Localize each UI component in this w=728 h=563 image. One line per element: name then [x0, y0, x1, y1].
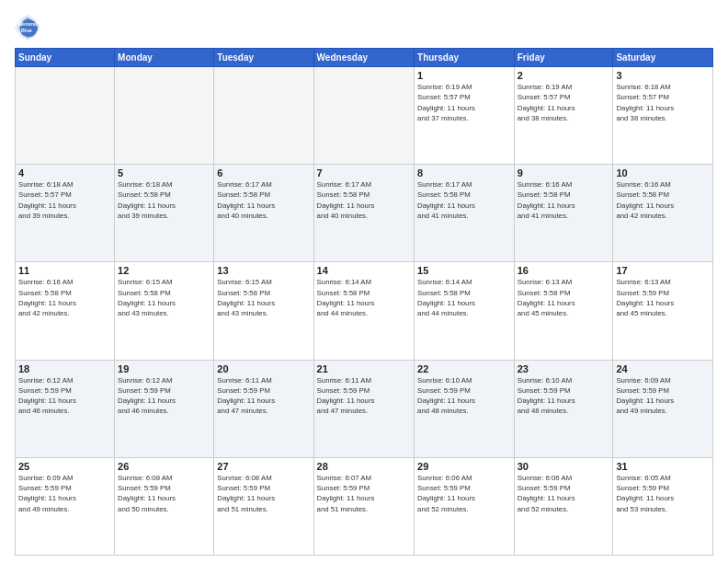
day-number: 30 [518, 461, 610, 472]
calendar-cell: 5Sunrise: 6:18 AM Sunset: 5:58 PM Daylig… [115, 165, 214, 262]
day-info: Sunrise: 6:14 AM Sunset: 5:58 PM Dayligh… [317, 277, 411, 318]
day-number: 29 [417, 461, 511, 472]
calendar-cell: 17Sunrise: 6:13 AM Sunset: 5:59 PM Dayli… [613, 262, 713, 360]
calendar-cell: 23Sunrise: 6:10 AM Sunset: 5:59 PM Dayli… [514, 360, 613, 457]
day-number: 14 [317, 265, 411, 276]
weekday-header-wednesday: Wednesday [313, 49, 414, 67]
weekday-header-sunday: Sunday [16, 49, 115, 67]
calendar-cell: 19Sunrise: 6:12 AM Sunset: 5:59 PM Dayli… [115, 360, 214, 457]
day-info: Sunrise: 6:07 AM Sunset: 5:59 PM Dayligh… [317, 473, 411, 514]
day-number: 13 [217, 265, 310, 276]
day-info: Sunrise: 6:06 AM Sunset: 5:59 PM Dayligh… [518, 473, 610, 514]
day-info: Sunrise: 6:10 AM Sunset: 5:59 PM Dayligh… [518, 375, 610, 417]
calendar-cell: 20Sunrise: 6:11 AM Sunset: 5:59 PM Dayli… [214, 360, 313, 457]
day-number: 7 [317, 167, 411, 178]
calendar-cell: 18Sunrise: 6:12 AM Sunset: 5:59 PM Dayli… [16, 360, 115, 457]
calendar-cell: 15Sunrise: 6:14 AM Sunset: 5:58 PM Dayli… [415, 262, 515, 360]
calendar-row: 18Sunrise: 6:12 AM Sunset: 5:59 PM Dayli… [16, 360, 713, 457]
day-number: 11 [18, 265, 111, 276]
calendar-cell [16, 67, 115, 165]
day-number: 27 [217, 461, 310, 472]
day-number: 2 [518, 70, 610, 81]
day-number: 5 [118, 167, 210, 178]
day-info: Sunrise: 6:06 AM Sunset: 5:59 PM Dayligh… [417, 473, 511, 514]
day-number: 6 [217, 167, 310, 178]
calendar-cell: 24Sunrise: 6:09 AM Sunset: 5:59 PM Dayli… [613, 360, 713, 457]
day-number: 20 [217, 363, 310, 374]
day-info: Sunrise: 6:08 AM Sunset: 5:59 PM Dayligh… [118, 473, 210, 514]
day-number: 16 [518, 265, 610, 276]
day-info: Sunrise: 6:12 AM Sunset: 5:59 PM Dayligh… [118, 375, 210, 417]
day-info: Sunrise: 6:16 AM Sunset: 5:58 PM Dayligh… [616, 179, 710, 221]
calendar-cell: 29Sunrise: 6:06 AM Sunset: 5:59 PM Dayli… [415, 457, 515, 555]
day-number: 25 [18, 461, 111, 472]
calendar-cell: 2Sunrise: 6:19 AM Sunset: 5:57 PM Daylig… [514, 67, 613, 165]
day-number: 26 [118, 461, 210, 472]
day-number: 22 [417, 363, 511, 374]
calendar-cell: 26Sunrise: 6:08 AM Sunset: 5:59 PM Dayli… [115, 457, 214, 555]
day-number: 10 [616, 167, 710, 178]
day-info: Sunrise: 6:18 AM Sunset: 5:57 PM Dayligh… [616, 82, 710, 123]
day-info: Sunrise: 6:18 AM Sunset: 5:58 PM Dayligh… [118, 179, 210, 221]
day-number: 15 [417, 265, 511, 276]
calendar-cell: 6Sunrise: 6:17 AM Sunset: 5:58 PM Daylig… [214, 165, 313, 262]
day-number: 3 [616, 70, 710, 81]
day-number: 24 [616, 363, 710, 374]
calendar: SundayMondayTuesdayWednesdayThursdayFrid… [15, 48, 713, 556]
day-number: 23 [518, 363, 610, 374]
calendar-cell: 22Sunrise: 6:10 AM Sunset: 5:59 PM Dayli… [415, 360, 515, 457]
weekday-header-tuesday: Tuesday [214, 49, 313, 67]
weekday-header-friday: Friday [514, 49, 613, 67]
calendar-cell: 16Sunrise: 6:13 AM Sunset: 5:58 PM Dayli… [514, 262, 613, 360]
day-number: 31 [616, 461, 710, 472]
weekday-header-thursday: Thursday [415, 49, 515, 67]
calendar-cell: 4Sunrise: 6:18 AM Sunset: 5:57 PM Daylig… [16, 165, 115, 262]
calendar-cell: 8Sunrise: 6:17 AM Sunset: 5:58 PM Daylig… [415, 165, 515, 262]
calendar-cell: 30Sunrise: 6:06 AM Sunset: 5:59 PM Dayli… [514, 457, 613, 555]
header: General Blue [15, 11, 713, 40]
calendar-cell [313, 67, 414, 165]
calendar-cell: 14Sunrise: 6:14 AM Sunset: 5:58 PM Dayli… [313, 262, 414, 360]
calendar-cell: 28Sunrise: 6:07 AM Sunset: 5:59 PM Dayli… [313, 457, 414, 555]
day-info: Sunrise: 6:13 AM Sunset: 5:59 PM Dayligh… [616, 277, 710, 318]
day-number: 4 [18, 167, 111, 178]
calendar-cell: 12Sunrise: 6:15 AM Sunset: 5:58 PM Dayli… [115, 262, 214, 360]
day-info: Sunrise: 6:14 AM Sunset: 5:58 PM Dayligh… [417, 277, 511, 318]
weekday-header-saturday: Saturday [613, 49, 713, 67]
day-info: Sunrise: 6:05 AM Sunset: 5:59 PM Dayligh… [616, 473, 710, 514]
calendar-row: 25Sunrise: 6:09 AM Sunset: 5:59 PM Dayli… [16, 457, 713, 555]
svg-text:General: General [18, 21, 38, 27]
day-number: 12 [118, 265, 210, 276]
calendar-row: 4Sunrise: 6:18 AM Sunset: 5:57 PM Daylig… [16, 165, 713, 262]
calendar-row: 11Sunrise: 6:16 AM Sunset: 5:58 PM Dayli… [16, 262, 713, 360]
day-info: Sunrise: 6:09 AM Sunset: 5:59 PM Dayligh… [18, 473, 111, 514]
day-info: Sunrise: 6:11 AM Sunset: 5:59 PM Dayligh… [217, 375, 310, 417]
calendar-header-row: SundayMondayTuesdayWednesdayThursdayFrid… [16, 49, 713, 67]
day-info: Sunrise: 6:13 AM Sunset: 5:58 PM Dayligh… [518, 277, 610, 318]
day-info: Sunrise: 6:16 AM Sunset: 5:58 PM Dayligh… [18, 277, 111, 318]
day-number: 17 [616, 265, 710, 276]
calendar-cell [115, 67, 214, 165]
day-number: 1 [417, 70, 511, 81]
day-info: Sunrise: 6:09 AM Sunset: 5:59 PM Dayligh… [616, 375, 710, 417]
day-number: 8 [417, 167, 511, 178]
day-info: Sunrise: 6:16 AM Sunset: 5:58 PM Dayligh… [518, 179, 610, 221]
day-number: 28 [317, 461, 411, 472]
day-info: Sunrise: 6:18 AM Sunset: 5:57 PM Dayligh… [18, 179, 111, 221]
calendar-cell: 9Sunrise: 6:16 AM Sunset: 5:58 PM Daylig… [514, 165, 613, 262]
day-info: Sunrise: 6:17 AM Sunset: 5:58 PM Dayligh… [417, 179, 511, 221]
svg-text:Blue: Blue [21, 28, 32, 33]
calendar-cell: 21Sunrise: 6:11 AM Sunset: 5:59 PM Dayli… [313, 360, 414, 457]
day-number: 9 [518, 167, 610, 178]
day-info: Sunrise: 6:12 AM Sunset: 5:59 PM Dayligh… [18, 375, 111, 417]
day-number: 19 [118, 363, 210, 374]
weekday-header-monday: Monday [115, 49, 214, 67]
calendar-cell: 7Sunrise: 6:17 AM Sunset: 5:58 PM Daylig… [313, 165, 414, 262]
day-info: Sunrise: 6:19 AM Sunset: 5:57 PM Dayligh… [417, 82, 511, 123]
day-number: 18 [18, 363, 111, 374]
calendar-cell: 13Sunrise: 6:15 AM Sunset: 5:58 PM Dayli… [214, 262, 313, 360]
day-info: Sunrise: 6:17 AM Sunset: 5:58 PM Dayligh… [317, 179, 411, 221]
calendar-cell: 25Sunrise: 6:09 AM Sunset: 5:59 PM Dayli… [16, 457, 115, 555]
day-info: Sunrise: 6:15 AM Sunset: 5:58 PM Dayligh… [217, 277, 310, 318]
day-info: Sunrise: 6:08 AM Sunset: 5:59 PM Dayligh… [217, 473, 310, 514]
